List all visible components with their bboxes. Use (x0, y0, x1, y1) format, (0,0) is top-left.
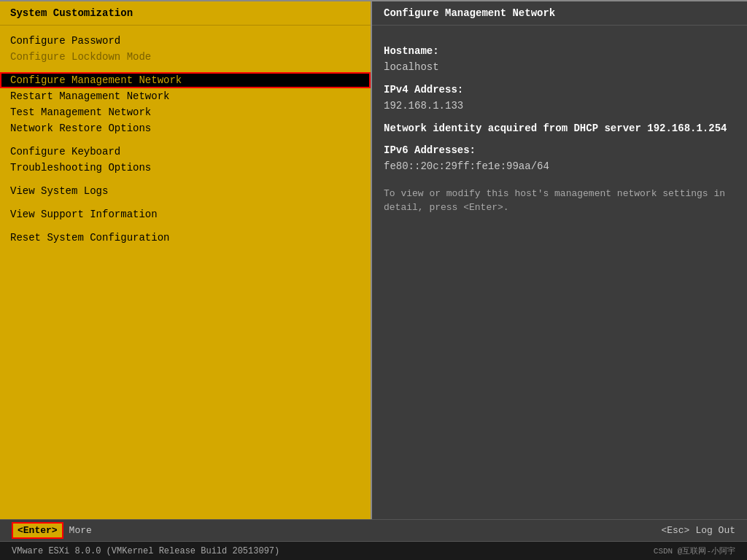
menu-item-test-management[interactable]: Test Management Network (0, 104, 371, 120)
menu-item-reset-config[interactable]: Reset System Configuration (0, 230, 371, 246)
menu-spacer (0, 176, 371, 183)
menu-item-troubleshooting[interactable]: Troubleshooting Options (0, 160, 371, 176)
menu-spacer (0, 222, 371, 230)
menu-item-configure-password[interactable]: Configure Password (0, 33, 371, 49)
bottom-bar: <Enter> More <Esc> Log Out (0, 519, 747, 541)
menu-item-network-restore[interactable]: Network Restore Options (0, 120, 371, 136)
footer-watermark: CSDN @互联网-小阿宇 (654, 545, 735, 556)
menu-list: Configure PasswordConfigure Lockdown Mod… (0, 26, 371, 519)
note-text: To view or modify this host's management… (384, 187, 735, 215)
bottom-right-actions: <Esc> Log Out (661, 525, 735, 536)
ipv4-value: 192.168.1.133 (384, 98, 735, 114)
esc-key-label: Log Out (695, 525, 735, 536)
footer-version: VMware ESXi 8.0.0 (VMKernel Release Buil… (12, 546, 279, 556)
menu-item-restart-management[interactable]: Restart Management Network (0, 88, 371, 104)
menu-item-configure-lockdown: Configure Lockdown Mode (0, 49, 371, 65)
menu-item-view-support[interactable]: View Support Information (0, 206, 371, 222)
hostname-label: Hostname: (384, 43, 735, 59)
ipv6-value: fe80::20c:29ff:fe1e:99aa/64 (384, 158, 735, 174)
enter-key-label: More (69, 525, 92, 536)
dhcp-text: Network identity acquired from DHCP serv… (384, 120, 735, 136)
menu-spacer (0, 199, 371, 206)
left-panel: System Customization Configure PasswordC… (0, 1, 372, 519)
right-panel-title: Configure Management Network (372, 1, 747, 26)
screen: System Customization Configure PasswordC… (0, 0, 747, 560)
left-panel-title: System Customization (0, 1, 371, 26)
enter-key-button[interactable]: <Enter> (12, 522, 63, 539)
footer-bar: VMware ESXi 8.0.0 (VMKernel Release Buil… (0, 541, 747, 560)
ipv4-label: IPv4 Address: (384, 82, 735, 98)
menu-spacer (0, 136, 371, 144)
hostname-value: localhost (384, 59, 735, 75)
ipv6-label: IPv6 Addresses: (384, 142, 735, 158)
menu-spacer (0, 65, 371, 72)
menu-item-configure-keyboard[interactable]: Configure Keyboard (0, 144, 371, 160)
menu-item-view-logs[interactable]: View System Logs (0, 183, 371, 199)
right-panel-content: Hostname: localhost IPv4 Address: 192.16… (372, 26, 747, 519)
right-panel: Configure Management Network Hostname: l… (372, 1, 747, 519)
bottom-left-actions: <Enter> More (12, 522, 92, 539)
esc-key-text: <Esc> (661, 525, 689, 536)
menu-item-configure-management[interactable]: Configure Management Network (0, 72, 371, 88)
main-area: System Customization Configure PasswordC… (0, 1, 747, 519)
